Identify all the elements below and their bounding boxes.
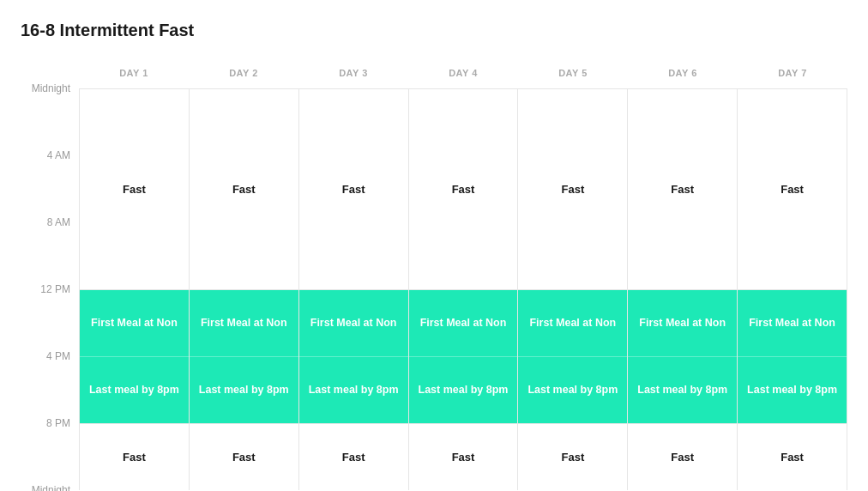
- day-col-7: Fast First Meal at Non Last meal by 8pm …: [738, 89, 847, 490]
- last-meal-d7: Last meal by 8pm: [738, 357, 847, 423]
- eating-d2: First Meal at Non Last meal by 8pm: [190, 290, 298, 424]
- last-meal-d1: Last meal by 8pm: [80, 357, 189, 423]
- fast-bottom-d2: Fast: [190, 423, 298, 490]
- fast-top-d1: Fast: [80, 89, 189, 290]
- fast-bottom-d5: Fast: [518, 423, 627, 490]
- last-meal-d6: Last meal by 8pm: [628, 357, 737, 423]
- day-col-3: Fast First Meal at Non Last meal by 8pm …: [299, 89, 409, 490]
- eating-d5: First Meal at Non Last meal by 8pm: [518, 290, 627, 424]
- day-col-6: Fast First Meal at Non Last meal by 8pm …: [628, 89, 738, 490]
- day-header-6: DAY 6: [628, 58, 738, 88]
- first-meal-d7: First Meal at Non: [738, 290, 847, 357]
- eating-d6: First Meal at Non Last meal by 8pm: [628, 290, 737, 424]
- last-meal-d3: Last meal by 8pm: [299, 357, 408, 423]
- schedule-grid: Fast First Meal at Non Last meal by 8pm …: [79, 88, 847, 490]
- last-meal-d5: Last meal by 8pm: [518, 357, 627, 423]
- day-header-1: DAY 1: [79, 58, 189, 88]
- first-meal-d4: First Meal at Non: [409, 290, 518, 357]
- first-meal-d3: First Meal at Non: [299, 290, 408, 357]
- eating-d4: First Meal at Non Last meal by 8pm: [409, 290, 518, 424]
- page-title: 16-8 Intermittent Fast: [21, 21, 847, 40]
- day-header-2: DAY 2: [189, 58, 298, 88]
- first-meal-d6: First Meal at Non: [628, 290, 737, 357]
- day-header-3: DAY 3: [298, 58, 408, 88]
- fast-top-d2: Fast: [190, 89, 298, 290]
- eating-d1: First Meal at Non Last meal by 8pm: [80, 290, 189, 424]
- day-headers: DAY 1 DAY 2 DAY 3 DAY 4 DAY 5 DAY 6 DAY …: [79, 58, 847, 88]
- fast-top-d4: Fast: [409, 89, 518, 290]
- fast-bottom-d4: Fast: [409, 423, 518, 490]
- chart-container: Midnight 4 AM 8 AM 12 PM 4 PM 8 PM Midni…: [21, 58, 847, 490]
- fast-top-d5: Fast: [518, 89, 627, 290]
- eating-d3: First Meal at Non Last meal by 8pm: [299, 290, 408, 424]
- fast-bottom-d3: Fast: [299, 423, 408, 490]
- day-col-2: Fast First Meal at Non Last meal by 8pm …: [190, 89, 299, 490]
- day-col-4: Fast First Meal at Non Last meal by 8pm …: [409, 89, 519, 490]
- last-meal-d4: Last meal by 8pm: [409, 357, 518, 423]
- day-col-5: Fast First Meal at Non Last meal by 8pm …: [518, 89, 628, 490]
- fast-bottom-d7: Fast: [738, 423, 847, 490]
- day-header-5: DAY 5: [518, 58, 628, 88]
- time-label-4pm: 4 PM: [46, 350, 70, 362]
- last-meal-d2: Last meal by 8pm: [190, 357, 298, 423]
- fast-bottom-d6: Fast: [628, 423, 737, 490]
- day-header-4: DAY 4: [408, 58, 518, 88]
- day-header-7: DAY 7: [738, 58, 847, 88]
- time-label-midnight-bottom: Midnight: [32, 484, 70, 491]
- eating-d7: First Meal at Non Last meal by 8pm: [738, 290, 847, 424]
- fast-top-d7: Fast: [738, 89, 847, 290]
- first-meal-d2: First Meal at Non: [190, 290, 298, 357]
- time-label-8am: 8 AM: [47, 216, 70, 228]
- fast-top-d6: Fast: [628, 89, 737, 290]
- first-meal-d1: First Meal at Non: [80, 290, 189, 357]
- time-label-midnight-top: Midnight: [32, 82, 70, 94]
- day-col-1: Fast First Meal at Non Last meal by 8pm …: [80, 89, 190, 490]
- time-label-4am: 4 AM: [47, 149, 70, 161]
- fast-top-d3: Fast: [299, 89, 408, 290]
- first-meal-d5: First Meal at Non: [518, 290, 627, 357]
- time-label-12pm: 12 PM: [40, 283, 70, 295]
- time-label-8pm: 8 PM: [46, 417, 70, 429]
- fast-bottom-d1: Fast: [80, 423, 189, 490]
